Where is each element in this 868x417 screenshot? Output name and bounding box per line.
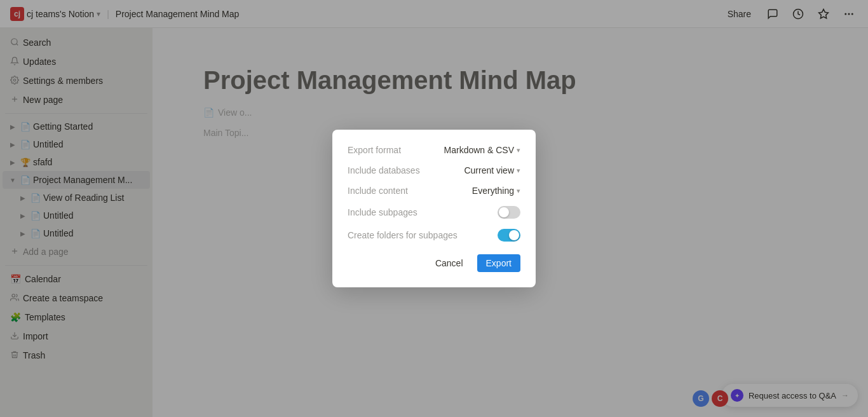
export-format-row: Export format Markdown & CSV ▾ [348,145,520,155]
toggle-thumb-icon [499,207,509,217]
export-button[interactable]: Export [477,254,520,272]
include-databases-value: Current view [464,165,514,175]
include-databases-label: Include databases [348,165,464,175]
cancel-button[interactable]: Cancel [426,254,472,272]
export-format-dropdown[interactable]: Markdown & CSV ▾ [444,145,520,155]
include-databases-dropdown[interactable]: Current view ▾ [464,165,520,175]
toggle-thumb-icon [509,230,519,240]
include-subpages-label: Include subpages [348,207,498,217]
dialog-actions: Cancel Export [348,254,520,272]
include-content-value: Everything [472,186,514,196]
modal-overlay[interactable]: Export format Markdown & CSV ▾ Include d… [0,0,868,417]
create-folders-toggle[interactable] [498,229,520,242]
include-subpages-row: Include subpages [348,206,520,219]
create-folders-label: Create folders for subpages [348,230,498,240]
include-databases-chevron-icon: ▾ [517,167,520,175]
export-dialog: Export format Markdown & CSV ▾ Include d… [332,130,536,287]
include-subpages-toggle[interactable] [498,206,520,219]
export-format-label: Export format [348,145,444,155]
include-content-label: Include content [348,186,472,196]
create-folders-row: Create folders for subpages [348,229,520,242]
include-content-chevron-icon: ▾ [517,187,520,195]
export-format-chevron-icon: ▾ [517,146,520,154]
include-content-dropdown[interactable]: Everything ▾ [472,186,520,196]
include-content-row: Include content Everything ▾ [348,186,520,196]
include-databases-row: Include databases Current view ▾ [348,165,520,175]
export-format-value: Markdown & CSV [444,145,514,155]
